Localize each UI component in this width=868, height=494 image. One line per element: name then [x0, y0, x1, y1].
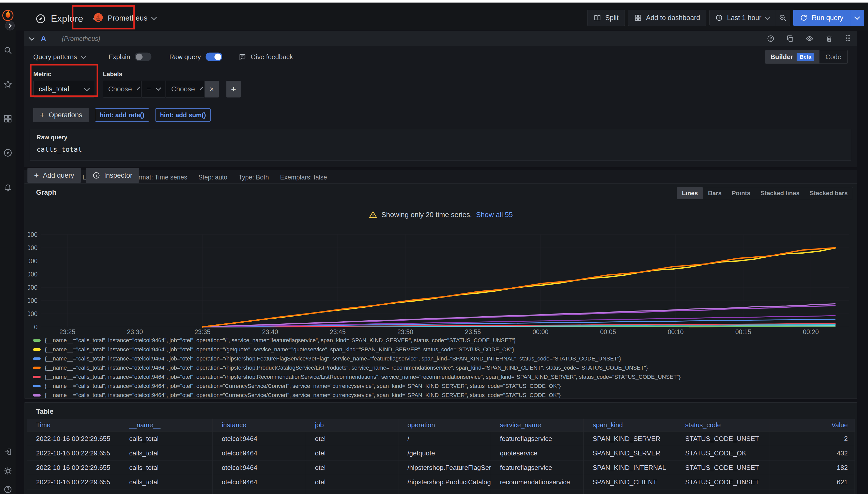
hide-query-eye-icon[interactable]: [806, 35, 814, 43]
table-cell: SPAN_KIND_INTERNAL: [583, 460, 676, 475]
starred-icon[interactable]: [0, 77, 16, 92]
chevron-down-icon: [151, 15, 157, 20]
run-query-label: Run query: [812, 14, 843, 22]
legend-item[interactable]: {__name__="calls_total", instance="otelc…: [33, 363, 852, 373]
show-all-series-link[interactable]: Show all 55: [476, 211, 513, 219]
dashboards-icon[interactable]: [0, 111, 16, 127]
svg-text:23:30: 23:30: [127, 328, 143, 335]
mode-bars[interactable]: Bars: [703, 187, 726, 199]
inspector-button[interactable]: Inspector: [86, 168, 139, 183]
legend-item[interactable]: {__name__="calls_total", instance="otelc…: [33, 345, 852, 354]
column-header-value[interactable]: Value: [769, 419, 854, 432]
run-query-dropdown[interactable]: [850, 10, 864, 26]
alerting-icon[interactable]: [0, 180, 16, 195]
column-header-job[interactable]: job: [306, 419, 398, 432]
table-cell: 182: [769, 460, 854, 475]
table-cell: otelcol:9464: [213, 475, 306, 490]
add-query-button[interactable]: + Add query: [28, 168, 81, 183]
table-cell: 2022-10-16 00:22:29.655: [27, 490, 120, 494]
builder-tab[interactable]: Builder Beta: [765, 50, 819, 63]
legend-item[interactable]: {__name__="calls_total", instance="otelc…: [33, 373, 852, 382]
svg-text:00:15: 00:15: [735, 328, 752, 335]
table-cell: otelcol:9464: [213, 432, 306, 446]
column-header-spankind[interactable]: span_kind: [583, 419, 676, 432]
legend-item[interactable]: {__name__="calls_total", instance="otelc…: [33, 354, 852, 363]
legend-series-marker: [33, 357, 41, 360]
split-button[interactable]: Split: [587, 10, 625, 26]
svg-text:23:35: 23:35: [195, 328, 211, 335]
time-range-button[interactable]: Last 1 hour: [710, 10, 775, 26]
table-cell: featureflagservice: [491, 460, 583, 475]
raw-query-toggle[interactable]: [205, 53, 222, 61]
explore-icon[interactable]: [0, 145, 16, 160]
legend-item[interactable]: {__name__="calls_total", instance="otelc…: [33, 382, 852, 391]
column-header-servicename[interactable]: service_name: [491, 419, 583, 432]
label-operator-select[interactable]: =: [142, 81, 165, 97]
search-icon[interactable]: [0, 43, 16, 58]
add-label-button[interactable]: +: [227, 81, 241, 97]
table-cell: SPAN_KIND_SERVER: [583, 446, 676, 460]
explain-toggle[interactable]: [135, 53, 151, 61]
explore-compass-icon: [36, 14, 46, 24]
add-operation-button[interactable]: + Operations: [33, 108, 89, 122]
table-cell: recommendationservice: [491, 475, 583, 490]
explain-toggle-group: Explain: [109, 53, 151, 61]
sidebar-expand-button[interactable]: [5, 21, 15, 31]
graph-canvas[interactable]: 0200040006000800010000120001400023:2523:…: [28, 230, 854, 335]
warning-text: Showing only 20 time series.: [381, 211, 472, 219]
table-cell: recommendationservice: [491, 490, 583, 494]
mode-points[interactable]: Points: [727, 187, 756, 199]
code-tab[interactable]: Code: [819, 50, 847, 63]
label-value-select[interactable]: Choose: [166, 81, 204, 97]
give-feedback-link[interactable]: Give feedback: [239, 53, 293, 61]
legend-series-marker: [33, 366, 41, 369]
sign-in-icon[interactable]: [0, 444, 16, 459]
column-header-operation[interactable]: operation: [398, 419, 491, 432]
hint-add-rate-button[interactable]: hint: add rate(): [95, 108, 149, 121]
hint-add-sum-button[interactable]: hint: add sum(): [155, 108, 211, 121]
query-row-header[interactable]: A (Prometheus): [24, 31, 857, 46]
label-key-select[interactable]: Choose: [103, 81, 141, 97]
options-format: Format: Time series: [131, 174, 187, 181]
remove-label-button[interactable]: ×: [204, 81, 219, 97]
svg-text:4000: 4000: [28, 297, 38, 304]
help-icon[interactable]: [0, 482, 16, 494]
table-cell: calls_total: [120, 432, 213, 446]
query-patterns-label: Query patterns: [33, 53, 77, 61]
column-header-time[interactable]: Time: [27, 419, 120, 432]
mode-lines[interactable]: Lines: [677, 187, 703, 199]
svg-text:23:25: 23:25: [59, 328, 75, 335]
datasource-picker[interactable]: Prometheus: [93, 13, 156, 23]
query-patterns-dropdown[interactable]: Query patterns: [33, 53, 86, 61]
collapse-chevron-icon[interactable]: [29, 35, 35, 41]
metric-select[interactable]: calls_total: [33, 81, 94, 97]
delete-query-trash-icon[interactable]: [825, 35, 833, 42]
time-range-label: Last 1 hour: [727, 14, 761, 22]
legend-item[interactable]: {__name__="calls_total", instance="otelc…: [33, 391, 852, 398]
column-header-instance[interactable]: instance: [213, 419, 306, 432]
table-cell: /getquote: [398, 446, 491, 460]
settings-gear-icon[interactable]: [0, 463, 16, 478]
zoom-out-button[interactable]: [775, 10, 790, 26]
mode-stacked-lines[interactable]: Stacked lines: [756, 187, 804, 199]
label-operator: =: [147, 85, 151, 93]
options-collapsible[interactable]: Options Legend: Auto Format: Time series…: [24, 170, 857, 185]
graph-panel: Graph Lines Bars Points Stacked lines St…: [24, 183, 857, 399]
zoom-out-icon: [779, 14, 786, 22]
drag-handle-icon[interactable]: [845, 34, 851, 43]
sidebar: [0, 2, 16, 494]
metric-field: Metric calls_total: [33, 71, 94, 97]
raw-query-toggle-label: Raw query: [169, 53, 201, 61]
add-to-dashboard-button[interactable]: Add to dashboard: [628, 10, 706, 26]
run-query-button[interactable]: Run query: [793, 10, 864, 26]
table-cell: 432: [769, 446, 854, 460]
raw-query-section-label: Raw query: [37, 134, 844, 141]
svg-text:2000: 2000: [28, 310, 38, 317]
metric-value: calls_total: [39, 85, 69, 93]
duplicate-query-icon[interactable]: [786, 35, 794, 42]
legend-item[interactable]: {__name__="calls_total", instance="otelc…: [33, 336, 852, 345]
column-header-statuscode[interactable]: status_code: [676, 419, 769, 432]
column-header-name[interactable]: __name__: [120, 419, 213, 432]
query-help-icon[interactable]: [767, 35, 775, 42]
mode-stacked-bars[interactable]: Stacked bars: [805, 187, 853, 199]
